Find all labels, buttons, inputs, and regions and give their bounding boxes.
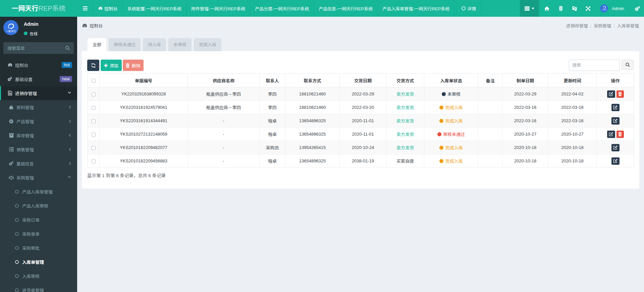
svg-text:一网天行: 一网天行 [6,29,16,33]
svg-text:P: P [10,120,12,123]
svg-text:一网天行: 一网天行 [601,9,607,11]
